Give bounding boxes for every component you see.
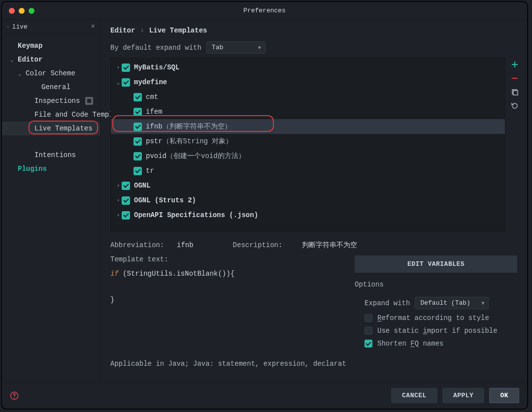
chevron-icon[interactable]: › (115, 183, 122, 189)
sidebar-item-editor[interactable]: ⌄Editor (2, 53, 100, 66)
svg-point-5 (14, 397, 15, 398)
breadcrumb-separator: › (140, 27, 144, 34)
template-text-label: Template text: (110, 255, 350, 263)
template-checkbox[interactable] (133, 167, 142, 175)
preferences-content: Editor › Live Templates By default expan… (100, 20, 527, 382)
abbreviation-value[interactable]: ifnb (177, 241, 194, 249)
template-item-name: ifnb (146, 123, 163, 130)
template-item-name: ifem (146, 108, 163, 116)
template-item[interactable]: ›OGNL (Struts 2) (111, 193, 505, 208)
template-text-editor[interactable]: if (StringUtils.isNotBlank()){ } (110, 267, 350, 307)
search-icon (7, 23, 9, 30)
template-item-name: tr (146, 167, 154, 175)
static-import-checkbox[interactable] (365, 327, 372, 335)
template-item[interactable]: ›pstr（私有String 对象） (111, 134, 505, 149)
template-item-name: pvoid (146, 152, 166, 160)
shorten-fq-checkbox[interactable] (365, 340, 372, 348)
template-checkbox[interactable] (133, 108, 142, 116)
template-item-name: pstr (146, 137, 163, 145)
applicable-context[interactable]: Applicable in Java; Java: statement, exp… (110, 360, 517, 368)
description-value[interactable]: 判断字符串不为空 (302, 241, 357, 250)
template-checkbox[interactable] (133, 137, 142, 146)
window-title: Preferences (2, 7, 527, 14)
add-icon[interactable] (511, 61, 519, 68)
chevron-icon[interactable]: ⌄ (115, 79, 122, 86)
template-item[interactable]: ›OpenAPI Specifications (.json) (111, 208, 505, 222)
template-item[interactable]: ›tr (111, 163, 505, 178)
expand-with-select[interactable]: Tab▼ (206, 41, 266, 54)
apply-button[interactable]: APPLY (442, 388, 485, 403)
template-checkbox[interactable] (122, 211, 130, 220)
sidebar-item-label: Intentions (34, 151, 76, 159)
breadcrumb: Editor › Live Templates (100, 20, 527, 37)
shorten-fq-checkbox-row[interactable]: Shorten FQ names (355, 337, 517, 350)
options-label: Options (355, 281, 517, 288)
template-item-desc: （判断字符串不为空） (163, 122, 232, 131)
sidebar-item-general[interactable]: General (2, 80, 100, 94)
chevron-icon[interactable]: ⌄ (17, 70, 23, 77)
sidebar-item-live-templates[interactable]: Live Templates (2, 122, 100, 135)
svg-rect-3 (513, 91, 518, 95)
titlebar: Preferences (2, 2, 527, 20)
sidebar-search[interactable]: × (2, 20, 100, 34)
chevron-icon[interactable]: › (115, 212, 122, 218)
template-item[interactable]: ›ifnb（判断字符串不为空） (111, 119, 505, 134)
template-item[interactable]: ⌄mydefine (111, 75, 505, 90)
edit-variables-button[interactable]: EDIT VARIABLES (355, 255, 517, 273)
static-import-checkbox-row[interactable]: Use static import if possible (355, 324, 517, 337)
expand-with-option-select[interactable]: Default (Tab)▼ (415, 297, 489, 309)
sidebar-item-file-and-code-templates[interactable]: File and Code Templates (2, 108, 100, 122)
template-item-desc: （私有String 对象） (163, 137, 233, 146)
template-checkbox[interactable] (122, 182, 130, 190)
template-checkbox[interactable] (133, 152, 142, 160)
preferences-sidebar: × Keymap⌄Editor⌄Color SchemeGeneralInspe… (2, 20, 100, 382)
expand-with-label: By default expand with (110, 44, 201, 52)
template-item[interactable]: ›OGNL (111, 178, 505, 193)
template-item[interactable]: ›cmt (111, 90, 505, 104)
sidebar-item-label: Editor (18, 56, 42, 63)
sidebar-item-intentions[interactable]: Intentions (2, 148, 100, 162)
template-item[interactable]: ›MyBatis/SQL (111, 60, 505, 75)
template-checkbox[interactable] (122, 78, 130, 87)
project-level-badge-icon (85, 97, 93, 105)
template-checkbox[interactable] (122, 63, 130, 72)
sidebar-item-label: Keymap (18, 42, 42, 50)
template-item-name: MyBatis/SQL (134, 63, 179, 71)
breadcrumb-item: Live Templates (149, 27, 207, 34)
reformat-checkbox-row[interactable]: Reformat according to style (355, 312, 517, 324)
sidebar-item-label: Plugins (18, 165, 47, 173)
sidebar-item-keymap[interactable]: Keymap (2, 39, 100, 53)
sidebar-item-plugins[interactable]: Plugins (2, 162, 100, 176)
template-checkbox[interactable] (122, 196, 130, 205)
sidebar-item-color-scheme[interactable]: ⌄Color Scheme (2, 66, 100, 80)
breadcrumb-item[interactable]: Editor (110, 27, 135, 34)
reformat-checkbox[interactable] (365, 314, 372, 322)
sidebar-item-label: Color Scheme (26, 69, 75, 77)
template-item[interactable]: ›ifem (111, 104, 505, 119)
sidebar-item-label: General (41, 83, 70, 91)
chevron-icon[interactable]: › (115, 197, 122, 203)
template-item-name: cmt (146, 93, 158, 101)
template-item-desc: （创建一个void的方法） (166, 152, 245, 160)
svg-point-0 (7, 26, 9, 27)
template-item[interactable]: ›pvoid（创建一个void的方法） (111, 149, 505, 163)
copy-icon[interactable] (511, 88, 519, 96)
search-input[interactable] (12, 23, 91, 31)
template-checkbox[interactable] (133, 123, 142, 131)
chevron-icon[interactable]: › (115, 64, 122, 70)
template-item-name: OpenAPI Specifications (.json) (134, 211, 258, 219)
remove-icon[interactable] (511, 74, 519, 82)
help-icon[interactable] (10, 391, 19, 400)
template-item-name: OGNL (134, 182, 151, 190)
revert-icon[interactable] (511, 102, 519, 110)
cancel-button[interactable]: CANCEL (391, 388, 437, 403)
clear-search-icon[interactable]: × (91, 23, 95, 31)
sidebar-item-label: Live Templates (34, 125, 93, 132)
template-tree[interactable]: ›MyBatis/SQL⌄mydefine›cmt›ifem›ifnb（判断字符… (110, 58, 505, 232)
template-item-name: mydefine (134, 78, 167, 86)
chevron-icon[interactable]: ⌄ (9, 57, 15, 63)
expand-with-option-label: Expand with (365, 299, 410, 307)
ok-button[interactable]: OK (489, 388, 519, 403)
template-checkbox[interactable] (133, 93, 142, 101)
sidebar-item-inspections[interactable]: Inspections (2, 94, 100, 108)
